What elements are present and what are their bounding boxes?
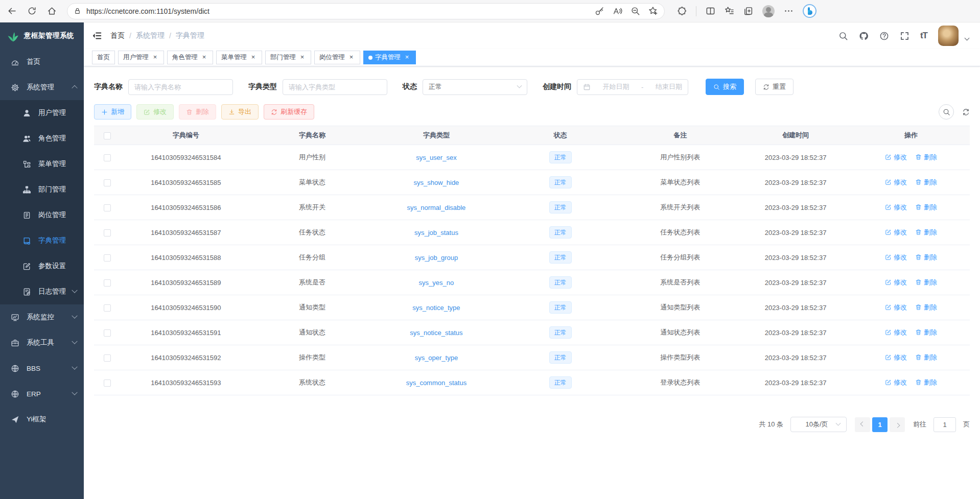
dict-type-link[interactable]: sys_common_status [406, 379, 467, 387]
refresh-cache-button[interactable]: 刷新缓存 [264, 104, 314, 120]
row-edit-button[interactable]: 修改 [885, 378, 907, 387]
export-button[interactable]: 导出 [221, 104, 259, 120]
row-edit-button[interactable]: 修改 [885, 253, 907, 262]
sidebar-item-log-mgmt[interactable]: 日志管理 [0, 279, 84, 304]
row-edit-button[interactable]: 修改 [885, 178, 907, 187]
sidebar-item-dict-mgmt[interactable]: 字典管理 [0, 228, 84, 253]
row-checkbox[interactable] [104, 329, 111, 337]
url-text[interactable]: https://ccnetcore.com:1101/system/dict [86, 7, 590, 15]
sidebar-item-home[interactable]: 首页 [0, 49, 84, 75]
row-checkbox[interactable] [104, 279, 111, 287]
dict-type-link[interactable]: sys_oper_type [415, 354, 458, 362]
sidebar-item-system-tools[interactable]: 系统工具 [0, 330, 84, 355]
breadcrumb-system[interactable]: 系统管理 [136, 31, 165, 40]
row-delete-button[interactable]: 删除 [915, 278, 937, 287]
row-edit-button[interactable]: 修改 [885, 303, 907, 312]
browser-refresh-icon[interactable] [27, 6, 37, 16]
page-size-select[interactable]: 10条/页 [790, 417, 847, 432]
sidebar-item-post-mgmt[interactable]: 岗位管理 [0, 202, 84, 228]
tab-dept-mgmt[interactable]: 部门管理× [265, 51, 311, 64]
edit-button[interactable]: 修改 [136, 104, 174, 120]
font-size-icon[interactable]: tT [920, 31, 927, 41]
dict-type-link[interactable]: sys_normal_disable [407, 204, 465, 211]
zoom-out-icon[interactable] [631, 6, 640, 16]
bing-chat-icon[interactable] [803, 4, 816, 18]
close-icon[interactable]: × [151, 54, 159, 61]
tab-user-mgmt[interactable]: 用户管理× [118, 51, 164, 64]
tab-role-mgmt[interactable]: 角色管理× [167, 51, 213, 64]
row-delete-button[interactable]: 删除 [915, 303, 937, 312]
goto-page-input[interactable] [934, 417, 956, 432]
row-checkbox[interactable] [104, 379, 111, 387]
collections-icon[interactable] [743, 6, 753, 16]
sidebar-item-yi-framework[interactable]: Yi框架 [0, 407, 84, 432]
dict-type-link[interactable]: sys_notice_status [410, 329, 462, 337]
avatar-caret-icon[interactable] [965, 35, 970, 40]
row-checkbox[interactable] [104, 304, 111, 312]
sidebar-item-user-mgmt[interactable]: 用户管理 [0, 100, 84, 126]
row-edit-button[interactable]: 修改 [885, 328, 907, 337]
date-range-picker[interactable]: 开始日期 - 结束日期 [577, 79, 688, 95]
sidebar-item-menu-mgmt[interactable]: 菜单管理 [0, 151, 84, 177]
date-end-placeholder[interactable]: 结束日期 [656, 82, 682, 91]
browser-profile-avatar[interactable] [762, 5, 775, 17]
sidebar-item-dept-mgmt[interactable]: 部门管理 [0, 177, 84, 202]
toggle-search-button[interactable] [939, 104, 954, 120]
sidebar-item-system-monitor[interactable]: 系统监控 [0, 304, 84, 330]
row-delete-button[interactable]: 删除 [915, 153, 937, 162]
app-logo-row[interactable]: 意框架管理系统 [0, 22, 84, 49]
row-checkbox[interactable] [104, 229, 111, 236]
row-delete-button[interactable]: 删除 [915, 253, 937, 262]
sidebar-item-bbs[interactable]: BBS [0, 355, 84, 381]
refresh-table-icon[interactable] [962, 108, 970, 116]
row-delete-button[interactable]: 删除 [915, 178, 937, 187]
lock-icon[interactable] [74, 7, 81, 15]
close-icon[interactable]: × [403, 54, 411, 61]
dict-type-input[interactable] [283, 79, 387, 95]
close-icon[interactable]: × [249, 54, 257, 61]
tab-dict-mgmt[interactable]: 字典管理× [363, 51, 416, 64]
sidebar-item-erp[interactable]: ERP [0, 381, 84, 407]
search-button[interactable]: 搜索 [706, 79, 744, 95]
close-icon[interactable]: × [298, 54, 306, 61]
split-screen-icon[interactable] [706, 6, 715, 16]
row-checkbox[interactable] [104, 179, 111, 186]
row-edit-button[interactable]: 修改 [885, 228, 907, 237]
tab-menu-mgmt[interactable]: 菜单管理× [216, 51, 262, 64]
dict-type-link[interactable]: sys_job_status [414, 229, 458, 236]
date-start-placeholder[interactable]: 开始日期 [603, 82, 629, 91]
address-bar[interactable]: https://ccnetcore.com:1101/system/dict [67, 3, 665, 19]
browser-home-icon[interactable] [47, 6, 57, 16]
sidebar-collapse-icon[interactable] [92, 31, 102, 41]
reset-button[interactable]: 重置 [755, 79, 794, 95]
row-checkbox[interactable] [104, 254, 111, 262]
status-select[interactable]: 正常 [423, 79, 527, 95]
row-checkbox[interactable] [104, 204, 111, 211]
row-checkbox[interactable] [104, 154, 111, 161]
sidebar-item-param-settings[interactable]: 参数设置 [0, 253, 84, 279]
dict-type-link[interactable]: sys_notice_type [412, 304, 460, 312]
row-edit-button[interactable]: 修改 [885, 203, 907, 212]
select-all-checkbox[interactable] [104, 132, 111, 139]
row-edit-button[interactable]: 修改 [885, 353, 907, 362]
dict-type-link[interactable]: sys_yes_no [419, 279, 454, 287]
add-button[interactable]: 新增 [94, 104, 131, 120]
dict-type-link[interactable]: sys_show_hide [413, 179, 459, 186]
header-search-icon[interactable] [838, 31, 848, 41]
password-key-icon[interactable] [595, 6, 604, 16]
read-aloud-icon[interactable] [613, 6, 622, 16]
extensions-icon[interactable] [677, 6, 687, 16]
row-checkbox[interactable] [104, 354, 111, 362]
row-edit-button[interactable]: 修改 [885, 278, 907, 287]
tab-home[interactable]: 首页 [92, 51, 115, 64]
favorite-add-icon[interactable] [648, 6, 658, 16]
row-delete-button[interactable]: 删除 [915, 353, 937, 362]
next-page-button[interactable] [890, 417, 905, 432]
more-menu-icon[interactable] [784, 6, 794, 16]
page-1-button[interactable]: 1 [872, 417, 888, 432]
github-icon[interactable] [859, 31, 869, 41]
prev-page-button[interactable] [855, 417, 870, 432]
row-delete-button[interactable]: 删除 [915, 328, 937, 337]
row-delete-button[interactable]: 删除 [915, 228, 937, 237]
tab-post-mgmt[interactable]: 岗位管理× [314, 51, 360, 64]
